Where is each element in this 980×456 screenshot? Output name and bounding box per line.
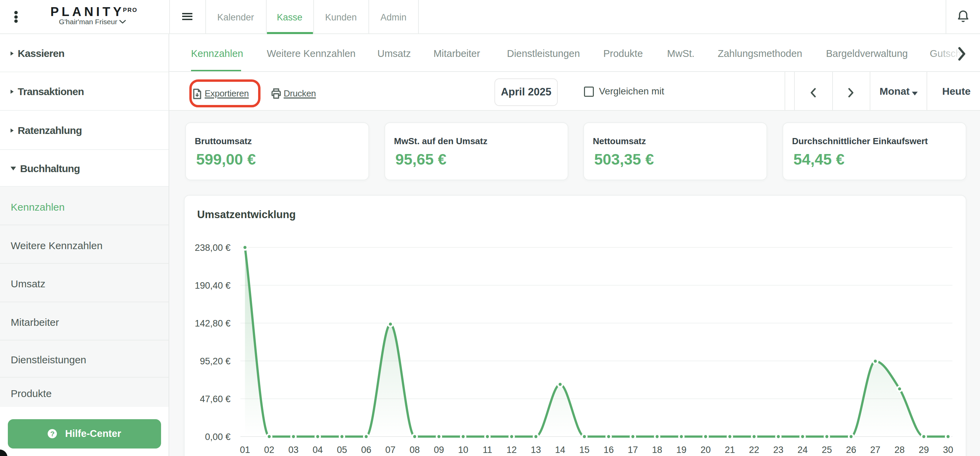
svg-text:06: 06 [361, 445, 371, 455]
svg-text:22: 22 [749, 445, 759, 455]
svg-text:04: 04 [313, 445, 323, 455]
svg-text:09: 09 [434, 445, 444, 455]
svg-text:24: 24 [797, 445, 808, 455]
svg-text:03: 03 [288, 445, 299, 455]
svg-text:02: 02 [264, 445, 274, 455]
svg-text:30: 30 [943, 445, 953, 455]
svg-text:21: 21 [725, 445, 735, 455]
svg-text:14: 14 [555, 445, 565, 455]
svg-text:23: 23 [773, 445, 784, 455]
svg-text:19: 19 [676, 445, 686, 455]
svg-text:26: 26 [846, 445, 856, 455]
svg-text:142,80 €: 142,80 € [195, 318, 231, 328]
svg-text:15: 15 [579, 445, 589, 455]
svg-text:238,00 €: 238,00 € [195, 243, 231, 253]
svg-text:47,60 €: 47,60 € [200, 394, 231, 404]
svg-text:190,40 €: 190,40 € [195, 281, 231, 291]
svg-text:17: 17 [628, 445, 638, 455]
svg-text:13: 13 [531, 445, 541, 455]
svg-text:95,20 €: 95,20 € [200, 356, 231, 367]
svg-text:07: 07 [385, 445, 396, 455]
svg-text:16: 16 [603, 445, 614, 455]
svg-text:25: 25 [822, 445, 832, 455]
svg-text:27: 27 [870, 445, 881, 455]
svg-text:08: 08 [410, 445, 420, 455]
svg-text:29: 29 [919, 445, 929, 455]
svg-text:28: 28 [894, 445, 905, 455]
svg-text:0,00 €: 0,00 € [205, 432, 231, 442]
svg-text:10: 10 [458, 445, 468, 455]
svg-text:20: 20 [700, 445, 711, 455]
svg-text:01: 01 [240, 445, 250, 455]
svg-text:18: 18 [652, 445, 662, 455]
svg-text:05: 05 [337, 445, 347, 455]
svg-text:12: 12 [507, 445, 517, 455]
svg-text:11: 11 [482, 445, 492, 455]
